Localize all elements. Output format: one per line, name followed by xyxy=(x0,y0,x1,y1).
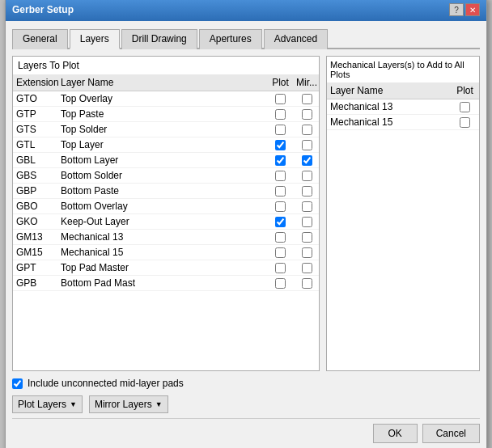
cell-layer-name: Keep-Out Layer xyxy=(57,215,266,228)
mirror-checkbox[interactable] xyxy=(302,155,312,166)
title-bar: Gerber Setup ? ✕ xyxy=(6,0,486,21)
mirror-checkbox[interactable] xyxy=(302,278,312,289)
cell-plot xyxy=(266,201,295,213)
mirror-checkbox[interactable] xyxy=(302,186,312,197)
mirror-checkbox[interactable] xyxy=(302,217,312,227)
cell-mirror xyxy=(295,247,319,259)
cell-plot xyxy=(266,108,295,120)
plot-checkbox[interactable] xyxy=(275,109,286,120)
plot-checkbox[interactable] xyxy=(275,263,286,273)
cell-layer-name: Top Solder xyxy=(57,123,266,136)
plot-checkbox[interactable] xyxy=(275,155,286,166)
tab-layers[interactable]: Layers xyxy=(70,29,120,49)
include-unconnected-checkbox[interactable] xyxy=(12,378,23,389)
cell-layer-name: Mechanical 15 xyxy=(57,246,266,259)
cell-mirror xyxy=(295,93,319,105)
cell-layer-name: Bottom Layer xyxy=(57,154,266,167)
cell-layer-name: Top Layer xyxy=(57,138,266,151)
layers-table-row: GBS Bottom Solder xyxy=(13,168,319,184)
cell-plot xyxy=(266,154,295,167)
col-header-plot: Plot xyxy=(266,76,295,89)
layers-table-row: GTL Top Layer xyxy=(13,137,319,153)
cell-mirror xyxy=(295,201,319,213)
plot-checkbox[interactable] xyxy=(275,217,286,227)
mech-cell-name: Mechanical 13 xyxy=(327,100,451,113)
plot-checkbox[interactable] xyxy=(275,140,286,150)
plot-checkbox[interactable] xyxy=(275,171,286,181)
mirror-checkbox[interactable] xyxy=(302,109,312,120)
plot-checkbox[interactable] xyxy=(275,94,286,104)
layers-panel-title: Layers To Plot xyxy=(13,57,319,74)
cell-plot xyxy=(266,93,295,105)
cell-plot xyxy=(266,277,295,290)
plot-checkbox[interactable] xyxy=(275,125,286,135)
cell-extension: GM13 xyxy=(13,230,57,243)
mech-table-body: Mechanical 13 Mechanical 15 xyxy=(327,99,479,370)
cancel-button[interactable]: Cancel xyxy=(422,424,480,443)
mechanical-layers-panel: Mechanical Layers(s) to Add to All Plots… xyxy=(326,56,480,371)
cell-plot xyxy=(266,262,295,274)
plot-layers-arrow-icon: ▼ xyxy=(70,400,77,408)
mirror-checkbox[interactable] xyxy=(302,171,312,181)
tab-advanced[interactable]: Advanced xyxy=(264,29,328,49)
cell-mirror xyxy=(295,108,319,120)
plot-layers-label: Plot Layers xyxy=(18,399,66,410)
mirror-checkbox[interactable] xyxy=(302,125,312,135)
cell-layer-name: Top Overlay xyxy=(57,92,266,105)
dialog-buttons: OK Cancel xyxy=(12,418,480,443)
plot-checkbox[interactable] xyxy=(275,278,286,289)
cell-extension: GTO xyxy=(13,92,57,105)
cell-extension: GM15 xyxy=(13,246,57,259)
cell-layer-name: Mechanical 13 xyxy=(57,230,266,243)
cell-plot xyxy=(266,185,295,197)
cell-extension: GBP xyxy=(13,184,57,197)
mech-plot-checkbox[interactable] xyxy=(460,117,470,128)
plot-checkbox[interactable] xyxy=(275,247,286,258)
mirror-checkbox[interactable] xyxy=(302,247,312,258)
title-controls: ? ✕ xyxy=(449,3,480,16)
layers-table-row: GKO Keep-Out Layer xyxy=(13,214,319,230)
cell-mirror xyxy=(295,185,319,197)
cell-extension: GPB xyxy=(13,277,57,290)
cell-mirror xyxy=(295,170,319,182)
content-area: General Layers Drill Drawing Apertures A… xyxy=(6,21,486,448)
plot-checkbox[interactable] xyxy=(275,201,286,212)
cell-mirror xyxy=(295,154,319,167)
mirror-checkbox[interactable] xyxy=(302,263,312,273)
mech-table-header: Layer Name Plot xyxy=(327,82,479,99)
col-header-layer-name: Layer Name xyxy=(57,76,266,89)
mech-table-row: Mechanical 15 xyxy=(327,115,479,130)
cell-plot xyxy=(266,231,295,243)
mirror-checkbox[interactable] xyxy=(302,201,312,212)
mirror-checkbox[interactable] xyxy=(302,140,312,150)
plot-checkbox[interactable] xyxy=(275,186,286,197)
tab-general[interactable]: General xyxy=(12,29,68,49)
close-button[interactable]: ✕ xyxy=(465,3,480,16)
mirror-checkbox[interactable] xyxy=(302,232,312,243)
mech-table-row: Mechanical 13 xyxy=(327,99,479,115)
mech-plot-checkbox[interactable] xyxy=(460,102,470,112)
tab-apertures[interactable]: Apertures xyxy=(199,29,262,49)
cell-layer-name: Bottom Paste xyxy=(57,184,266,197)
mech-col-header-plot: Plot xyxy=(451,84,479,97)
mech-col-header-name: Layer Name xyxy=(327,84,451,97)
cell-extension: GTS xyxy=(13,123,57,136)
cell-layer-name: Bottom Pad Mast xyxy=(57,277,266,290)
col-header-extension: Extension xyxy=(13,76,57,89)
ok-button[interactable]: OK xyxy=(373,424,418,443)
mirror-layers-button[interactable]: Mirror Layers ▼ xyxy=(89,395,168,413)
plot-checkbox[interactable] xyxy=(275,232,286,243)
plot-layers-button[interactable]: Plot Layers ▼ xyxy=(12,395,83,413)
help-button[interactable]: ? xyxy=(449,3,464,16)
cell-mirror xyxy=(295,262,319,274)
cell-layer-name: Bottom Overlay xyxy=(57,200,266,213)
layers-table-row: GM15 Mechanical 15 xyxy=(13,245,319,260)
main-area: Layers To Plot Extension Layer Name Plot… xyxy=(12,56,480,371)
layers-table-row: GTP Top Paste xyxy=(13,107,319,122)
col-header-mirror: Mir... xyxy=(295,76,319,89)
layers-table-row: GPB Bottom Pad Mast xyxy=(13,276,319,291)
tab-drill-drawing[interactable]: Drill Drawing xyxy=(121,29,197,49)
mirror-layers-arrow-icon: ▼ xyxy=(155,400,163,408)
mirror-checkbox[interactable] xyxy=(302,94,312,104)
layers-to-plot-panel: Layers To Plot Extension Layer Name Plot… xyxy=(12,56,320,371)
